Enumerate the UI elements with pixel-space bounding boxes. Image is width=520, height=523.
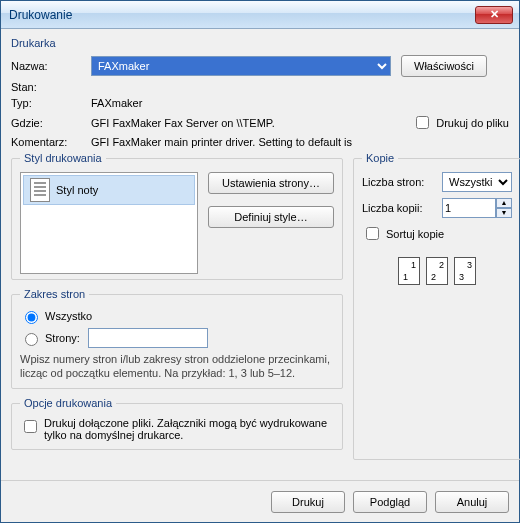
range-all-input[interactable] <box>25 311 38 324</box>
titlebar: Drukowanie ✕ <box>1 1 519 29</box>
copies-count-label: Liczba kopii: <box>362 202 442 214</box>
style-item-note[interactable]: Styl noty <box>23 175 195 205</box>
page-icon: 33 <box>454 257 476 285</box>
style-item-label: Styl noty <box>56 184 98 196</box>
copies-count-field[interactable] <box>442 198 496 218</box>
print-to-file-label: Drukuj do pliku <box>436 117 509 129</box>
close-icon: ✕ <box>490 8 499 21</box>
comment-label: Komentarz: <box>11 136 91 148</box>
dialog-footer: Drukuj Podgląd Anuluj <box>1 480 519 522</box>
pages-count-label: Liczba stron: <box>362 176 442 188</box>
type-value: FAXmaker <box>91 97 142 109</box>
print-button[interactable]: Drukuj <box>271 491 345 513</box>
collate-preview: 11 22 33 <box>362 257 512 285</box>
print-dialog: Drukowanie ✕ Drukarka Nazwa: FAXmaker Wł… <box>0 0 520 523</box>
page-icon: 22 <box>426 257 448 285</box>
print-style-group: Styl drukowania Styl noty Ustawienia str… <box>11 152 343 280</box>
copies-group: Kopie Liczba stron: Wszystkie Liczba kop… <box>353 152 520 460</box>
window-title: Drukowanie <box>7 8 475 22</box>
print-to-file-input[interactable] <box>416 116 429 129</box>
copies-spin-up[interactable]: ▲ <box>496 198 512 208</box>
where-label: Gdzie: <box>11 117 91 129</box>
page-setup-button[interactable]: Ustawienia strony… <box>208 172 334 194</box>
cancel-button[interactable]: Anuluj <box>435 491 509 513</box>
type-label: Typ: <box>11 97 91 109</box>
range-pages-field[interactable] <box>88 328 208 348</box>
print-options-group: Opcje drukowania Drukuj dołączone pliki.… <box>11 397 343 450</box>
print-attachments-label: Drukuj dołączone pliki. Załączniki mogą … <box>44 417 334 441</box>
print-style-legend: Styl drukowania <box>20 152 106 164</box>
range-all-label: Wszystko <box>45 310 92 322</box>
print-attachments-checkbox[interactable]: Drukuj dołączone pliki. Załączniki mogą … <box>20 417 334 441</box>
copies-legend: Kopie <box>362 152 398 164</box>
page-range-legend: Zakres stron <box>20 288 89 300</box>
define-styles-button[interactable]: Definiuj style… <box>208 206 334 228</box>
preview-button[interactable]: Podgląd <box>353 491 427 513</box>
range-pages-input[interactable] <box>25 333 38 346</box>
page-range-group: Zakres stron Wszystko Strony: Wpisz nume… <box>11 288 343 389</box>
properties-button[interactable]: Właściwości <box>401 55 487 77</box>
range-pages-label: Strony: <box>45 332 80 344</box>
name-label: Nazwa: <box>11 60 91 72</box>
range-hint: Wpisz numery stron i/lub zakresy stron o… <box>20 352 334 380</box>
printer-name-combo[interactable]: FAXmaker <box>91 56 391 76</box>
collate-label: Sortuj kopie <box>386 228 444 240</box>
where-value: GFI FaxMaker Fax Server on \\TEMP. <box>91 117 412 129</box>
print-options-legend: Opcje drukowania <box>20 397 116 409</box>
pages-count-combo[interactable]: Wszystkie <box>442 172 512 192</box>
print-to-file-checkbox[interactable]: Drukuj do pliku <box>412 113 509 132</box>
page-icon: 11 <box>398 257 420 285</box>
collate-input[interactable] <box>366 227 379 240</box>
range-pages-radio[interactable]: Strony: <box>20 328 334 348</box>
collate-checkbox[interactable]: Sortuj kopie <box>362 224 512 243</box>
style-list[interactable]: Styl noty <box>20 172 198 274</box>
document-icon <box>30 178 50 202</box>
range-all-radio[interactable]: Wszystko <box>20 308 334 324</box>
printer-legend: Drukarka <box>11 37 509 49</box>
dialog-body: Drukarka Nazwa: FAXmaker Właściwości Sta… <box>1 29 519 480</box>
comment-value: GFI FaxMaker main printer driver. Settin… <box>91 136 352 148</box>
status-label: Stan: <box>11 81 91 93</box>
close-button[interactable]: ✕ <box>475 6 513 24</box>
copies-spin-down[interactable]: ▼ <box>496 208 512 218</box>
print-attachments-input[interactable] <box>24 420 37 433</box>
printer-section: Drukarka Nazwa: FAXmaker Właściwości Sta… <box>11 37 509 148</box>
